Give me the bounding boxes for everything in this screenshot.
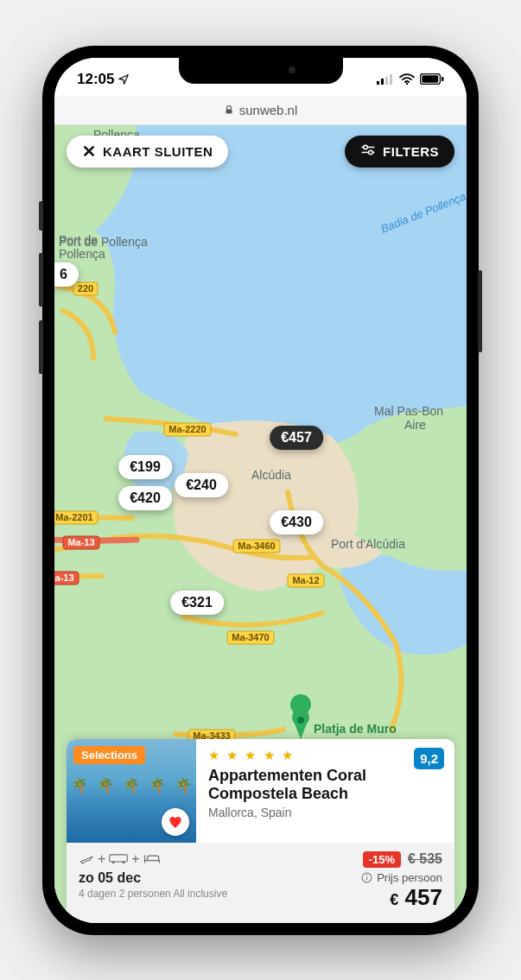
svg-point-44 [112,861,115,863]
result-card[interactable]: 🌴🌴🌴🌴🌴 Selections ★ ★ ★ ★ ★ 9,2 Apparteme… [67,739,454,923]
amenities-icons: + + [79,851,227,867]
svg-text:Aire: Aire [404,418,426,432]
departure-date: zo 05 dec [79,870,227,886]
selections-badge: Selections [73,746,145,764]
info-icon [361,872,372,883]
svg-point-10 [297,717,304,724]
filters-label: FILTERS [383,144,439,159]
svg-text:Ma-12: Ma-12 [292,575,319,585]
discount-badge: -15% [363,851,401,868]
heart-icon [168,814,183,830]
wifi-icon [399,73,415,85]
browser-url-bar[interactable]: sunweb.nl [54,96,467,125]
phone-screen: 12:05 [54,58,467,923]
price-pin[interactable]: €240 [175,473,228,497]
svg-point-42 [369,150,373,155]
star-rating: ★ ★ ★ ★ ★ [208,748,444,763]
status-time: 12:05 [77,71,114,88]
svg-text:Ma-2220: Ma-2220 [168,424,206,434]
price-pin[interactable]: €457 [270,426,323,450]
svg-point-48 [366,875,367,876]
svg-rect-2 [385,77,388,85]
svg-text:Port d'Alcúdia: Port d'Alcúdia [331,537,405,551]
svg-rect-1 [381,79,384,85]
svg-rect-8 [226,110,232,114]
price-pin[interactable]: €430 [270,510,323,534]
battery-icon [420,73,444,85]
svg-rect-7 [442,77,444,81]
bed-icon [143,853,161,865]
svg-text:Port de: Port de [59,233,98,247]
old-price: € 535 [408,851,442,867]
plane-icon [79,852,94,866]
filters-button[interactable]: FILTERS [345,136,454,168]
price-pin[interactable]: €321 [170,591,224,615]
price-pin[interactable]: €420 [118,486,172,510]
svg-rect-3 [390,74,392,85]
url-text: sunweb.nl [239,103,298,117]
svg-point-45 [123,861,125,863]
svg-rect-0 [377,81,379,85]
favorite-button[interactable] [162,808,189,836]
svg-rect-43 [110,854,128,861]
price-pin[interactable]: €199 [118,455,172,479]
result-thumbnail: 🌴🌴🌴🌴🌴 Selections [67,739,196,843]
price-pin[interactable]: 6 [54,262,79,287]
close-map-label: KAART SLUITEN [103,144,213,159]
svg-text:Ma-3460: Ma-3460 [238,541,275,551]
price-per-person-label: Prijs persoon [377,871,442,884]
side-button [478,270,482,352]
cell-signal-icon [377,74,394,85]
side-button [39,253,43,307]
side-button [39,320,43,374]
trip-details: 4 dagen 2 personen All inclusive [79,888,227,900]
lock-icon [224,104,234,115]
result-subtitle: Mallorca, Spain [208,806,444,819]
location-icon [118,73,130,85]
svg-text:Ma-3470: Ma-3470 [232,632,269,642]
bus-icon [109,853,128,865]
map-area[interactable]: Pollença Port de Pollença Port de Pollen… [54,125,467,923]
svg-point-40 [364,145,368,149]
close-map-button[interactable]: KAART SLUITEN [67,136,228,168]
sliders-icon [360,144,376,158]
svg-text:Alcúdia: Alcúdia [251,468,291,482]
svg-text:Ma-13: Ma-13 [67,537,94,547]
side-button [39,201,43,231]
svg-text:Ma-13: Ma-13 [54,572,74,583]
phone-frame: 12:05 [42,46,479,935]
svg-rect-6 [422,75,438,82]
close-icon [82,144,96,158]
result-title: Appartementen Coral Compostela Beach [208,767,444,804]
svg-text:Pollença: Pollença [59,247,105,261]
svg-point-4 [406,83,408,85]
rating-badge: 9,2 [414,748,444,769]
svg-text:Platja de Muro: Platja de Muro [314,722,397,736]
svg-text:Ma-2201: Ma-2201 [55,512,92,522]
svg-text:Mal Pas-Bon: Mal Pas-Bon [374,404,443,418]
notch [179,58,343,84]
price: € 457 [361,884,442,911]
svg-text:220: 220 [78,283,93,294]
